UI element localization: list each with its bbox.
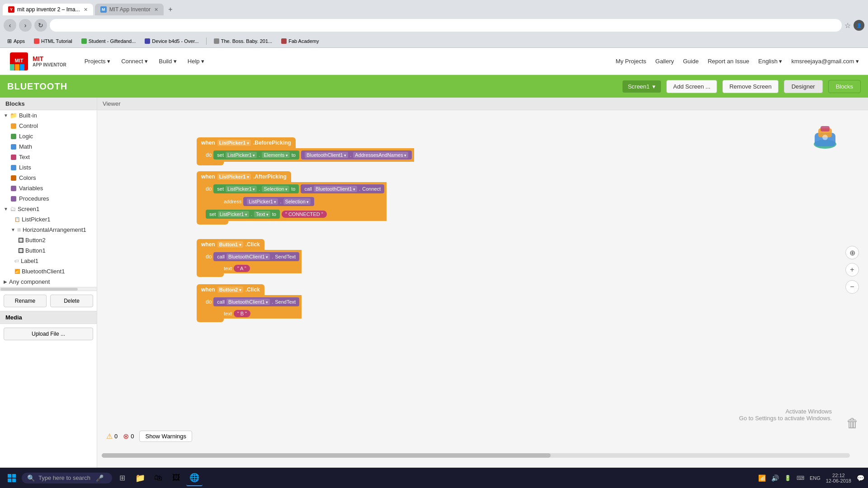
- button1-icon: 🔲: [18, 248, 24, 253]
- text-item[interactable]: Text: [0, 152, 97, 162]
- screen1-expand-icon: ▼: [4, 206, 8, 211]
- block2-call1: call BluetoothClient1 . Connect: [301, 184, 384, 193]
- report-issue-link[interactable]: Report an Issue: [708, 58, 749, 65]
- address-bar-row: ‹ › ↻ ai2.appinventor.mit.edu/?locale=en…: [0, 16, 868, 34]
- variables-item[interactable]: Variables: [0, 183, 97, 193]
- zoom-out-btn[interactable]: −: [845, 280, 859, 294]
- math-item[interactable]: Math: [0, 141, 97, 152]
- user-profile-btn[interactable]: 👤: [854, 20, 864, 31]
- back-btn[interactable]: ‹: [4, 19, 16, 32]
- gallery-link[interactable]: Gallery: [656, 58, 674, 65]
- trash-icon[interactable]: 🗑: [846, 416, 859, 431]
- block1-dot: .: [259, 152, 260, 158]
- block2-picker-dd[interactable]: ListPicker1: [217, 174, 251, 180]
- block1-addr-dd[interactable]: AddressesAndNames: [353, 152, 408, 158]
- bt-client-item[interactable]: 📶 BluetoothClient1: [0, 266, 97, 277]
- block4-bt-dd[interactable]: BluetoothClient1: [226, 299, 270, 305]
- listpicker-icon: 📋: [14, 217, 20, 222]
- apps-grid-icon: ⊞: [7, 38, 12, 44]
- builtin-section[interactable]: ▼ 📁 Built-in: [0, 110, 97, 121]
- block1-lp-dd[interactable]: ListPicker1: [226, 152, 257, 158]
- language-selector[interactable]: English ▾: [758, 58, 782, 65]
- block2-call-label: call: [304, 186, 312, 192]
- bookmark-html-label: HTML Tutorial: [41, 38, 72, 44]
- listpicker-item[interactable]: 📋 ListPicker1: [0, 214, 97, 225]
- block2-lp3-dd[interactable]: ListPicker1: [218, 211, 249, 217]
- bookmark-device[interactable]: Device b4d5 - Over...: [141, 38, 202, 45]
- bookmark-boss[interactable]: The. Boss. Baby. 201...: [210, 38, 276, 45]
- delete-btn[interactable]: Delete: [50, 295, 93, 307]
- button1-item[interactable]: 🔲 Button1: [0, 245, 97, 256]
- nav-projects[interactable]: Projects ▾: [85, 58, 111, 65]
- screen-selector[interactable]: Screen1 ▾: [623, 80, 661, 93]
- show-warnings-btn[interactable]: Show Warnings: [139, 431, 192, 442]
- block3-btn-dd[interactable]: Button1: [217, 241, 243, 248]
- block2-lp2-dd[interactable]: ListPicker1: [247, 198, 278, 205]
- fab-favicon: [281, 38, 287, 44]
- remove-screen-btn[interactable]: Remove Screen: [722, 80, 778, 93]
- block2-sel-dd[interactable]: Selection: [262, 186, 289, 192]
- bt-client-label: BluetoothClient1: [22, 268, 65, 275]
- guide-link[interactable]: Guide: [683, 58, 699, 65]
- procedures-item[interactable]: Procedures: [0, 193, 97, 204]
- nav-build[interactable]: Build ▾: [159, 58, 177, 65]
- user-email[interactable]: kmsreejaya@gmail.com ▾: [791, 58, 859, 65]
- block1-set: set ListPicker1 . Elements to: [213, 150, 299, 160]
- designer-btn[interactable]: Designer: [784, 80, 823, 93]
- nav-help[interactable]: Help ▾: [188, 58, 204, 65]
- tab-active[interactable]: Y mit app inventor 2 – Ima... ✕: [3, 4, 93, 15]
- button2-item[interactable]: 🔲 Button2: [0, 235, 97, 245]
- block1-picker-dd[interactable]: ListPicker1: [217, 140, 251, 146]
- rename-btn[interactable]: Rename: [4, 295, 47, 307]
- any-component-item[interactable]: ▶ Any component: [0, 277, 97, 287]
- address-input[interactable]: ai2.appinventor.mit.edu/?locale=en#48016…: [50, 19, 842, 32]
- sidebar-scrollbar[interactable]: [0, 288, 78, 291]
- block1-elem-dd[interactable]: Elements: [262, 152, 289, 158]
- block1-bt-dd[interactable]: BluetoothClient1: [305, 152, 348, 158]
- h-scrollbar-thumb[interactable]: [102, 453, 551, 458]
- horizontal-arrangement[interactable]: ▼ ⊞ HorizontalArrangement1: [0, 225, 97, 235]
- new-tab-btn[interactable]: +: [164, 3, 177, 16]
- tab-inactive[interactable]: M MIT App Inventor ✕: [95, 4, 164, 15]
- bookmarks-bar: ⊞ Apps HTML Tutorial Student - Giftedand…: [0, 34, 868, 48]
- reload-btn[interactable]: ↻: [34, 19, 47, 32]
- logo-mit: MIT: [33, 55, 66, 62]
- block2-sel2-dd[interactable]: Selection: [283, 198, 311, 205]
- bookmark-student[interactable]: Student - Giftedand...: [78, 38, 140, 45]
- block2-bt1-dd[interactable]: BluetoothClient1: [314, 186, 357, 192]
- bookmark-device-label: Device b4d5 - Over...: [152, 38, 198, 44]
- logic-item[interactable]: Logic: [0, 131, 97, 141]
- control-item[interactable]: Control: [0, 121, 97, 131]
- block2-set1-label: set: [217, 186, 224, 192]
- block2-lp1-dd[interactable]: ListPicker1: [226, 186, 257, 192]
- label1-item[interactable]: 🏷 Label1: [0, 256, 97, 266]
- screen1-section[interactable]: ▼ 🗂 Screen1: [0, 204, 97, 214]
- block4-btn-dd[interactable]: Button2: [217, 286, 243, 293]
- block3-bt-dd[interactable]: BluetoothClient1: [226, 253, 270, 260]
- block2-when-block: when ListPicker1 .AfterPicking: [197, 171, 291, 182]
- add-screen-btn[interactable]: Add Screen ...: [666, 80, 717, 93]
- upload-file-btn[interactable]: Upload File ...: [4, 328, 93, 340]
- bookmark-apps[interactable]: ⊞ Apps: [4, 37, 28, 45]
- recenter-btn[interactable]: ⊕: [845, 246, 859, 259]
- browser-chrome: Y mit app inventor 2 – Ima... ✕ M MIT Ap…: [0, 0, 868, 48]
- nav-connect[interactable]: Connect ▾: [121, 58, 148, 65]
- forward-btn[interactable]: ›: [19, 19, 32, 32]
- block2-text-dd[interactable]: Text: [254, 211, 270, 217]
- bookmark-fab[interactable]: Fab Academy: [278, 38, 322, 45]
- tab-close-2[interactable]: ✕: [154, 7, 158, 13]
- block4-event-label: .Click: [245, 286, 260, 293]
- blocks-btn[interactable]: Blocks: [828, 80, 861, 93]
- colors-item[interactable]: Colors: [0, 173, 97, 183]
- blocks-canvas[interactable]: when ListPicker1 .BeforePicking do set L…: [97, 110, 868, 467]
- warning-triangle-icon: ⚠: [106, 432, 113, 441]
- mit-logo: MIT MIT APP INVENTOR: [9, 52, 66, 71]
- block2-event-label: .AfterPicking: [253, 174, 287, 180]
- bookmark-star[interactable]: ☆: [844, 21, 851, 30]
- bookmark-html[interactable]: HTML Tutorial: [30, 38, 76, 45]
- tab-close-1[interactable]: ✕: [84, 7, 88, 13]
- my-projects-link[interactable]: My Projects: [616, 58, 646, 65]
- zoom-in-btn[interactable]: +: [845, 263, 859, 277]
- lists-item[interactable]: Lists: [0, 162, 97, 173]
- block2-lp-sel: ListPicker1 . Selection: [243, 197, 314, 206]
